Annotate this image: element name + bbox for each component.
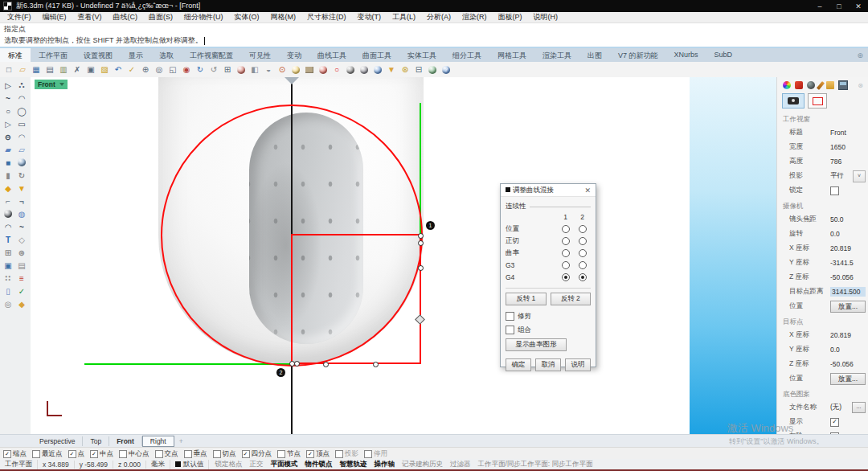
- toolbar-tab[interactable]: 实体工具: [399, 48, 444, 62]
- toolbar-tab[interactable]: 标准: [0, 48, 31, 62]
- rotate-view-icon[interactable]: ↻: [194, 64, 206, 76]
- surface-icon[interactable]: ▰: [2, 144, 14, 155]
- radio-col1[interactable]: [562, 273, 570, 281]
- curve-icon[interactable]: ~: [2, 92, 14, 104]
- field-value[interactable]: -50.056: [830, 273, 866, 281]
- osnap-checkbox[interactable]: ✓: [3, 450, 11, 458]
- ok-button[interactable]: 确定: [506, 358, 531, 371]
- cylinder-icon[interactable]: ▮: [2, 170, 14, 181]
- fillet-icon[interactable]: ⌐: [2, 195, 14, 207]
- viewport-layout-icon[interactable]: ⊞: [222, 64, 233, 76]
- patch-icon[interactable]: ◆: [15, 298, 28, 309]
- flip1-button[interactable]: 反转 1: [506, 293, 547, 305]
- boolean-difference-icon[interactable]: ◍: [15, 208, 28, 219]
- circle-tool-icon[interactable]: ○: [331, 64, 342, 76]
- field-value[interactable]: -50.056: [830, 360, 866, 368]
- osnap-checkbox[interactable]: ✓: [242, 450, 250, 458]
- browse-button[interactable]: ...: [852, 402, 866, 413]
- array-polar-icon[interactable]: ⊛: [15, 247, 28, 258]
- pen-tab-icon[interactable]: [817, 81, 825, 90]
- toolbar-tab[interactable]: 渲染工具: [534, 48, 579, 62]
- field-value[interactable]: 786: [830, 158, 866, 166]
- maximize-button[interactable]: □: [829, 2, 849, 10]
- paste-icon[interactable]: ▨: [99, 64, 110, 76]
- select-icon[interactable]: ▷: [2, 80, 14, 91]
- command-area[interactable]: 指定点 选取要调整的控制点，按住 SHIFT 并选取控制点做对称调整。: [0, 23, 868, 47]
- control-point[interactable]: [323, 362, 329, 367]
- render-icon[interactable]: [317, 64, 329, 76]
- show-curvature-graph-button[interactable]: 显示曲率图形: [506, 338, 567, 351]
- field-value[interactable]: 平行: [830, 171, 853, 181]
- osnap-item[interactable]: ✓ 端点: [3, 449, 27, 459]
- place-button[interactable]: 放置...: [830, 373, 866, 385]
- status-toggle[interactable]: 平面模式: [270, 460, 297, 469]
- osnap-checkbox[interactable]: ✓: [68, 450, 76, 458]
- hide-objects-icon[interactable]: ◧: [249, 64, 260, 76]
- zoom-window-icon[interactable]: ◱: [167, 64, 178, 76]
- menu-item[interactable]: 渲染(R): [457, 12, 493, 23]
- new-file-icon[interactable]: □: [3, 64, 14, 76]
- menu-item[interactable]: 网格(M): [265, 12, 302, 23]
- target-rect-button[interactable]: [808, 93, 827, 109]
- close-button[interactable]: ✕: [849, 2, 868, 10]
- toolbar-tab[interactable]: 曲线工具: [309, 48, 354, 62]
- toolbar-tab[interactable]: 曲面工具: [354, 48, 399, 62]
- pan-view-icon[interactable]: ✓: [126, 64, 137, 76]
- osnap-item[interactable]: 停用: [364, 449, 387, 459]
- group-icon[interactable]: ▯: [2, 285, 14, 297]
- filter-icon[interactable]: ▼: [386, 64, 397, 76]
- dialog-checkbox[interactable]: [506, 312, 514, 321]
- undo-icon[interactable]: ↶: [113, 64, 124, 76]
- toolbar-tab[interactable]: 显示: [121, 48, 151, 62]
- osnap-item[interactable]: 最近点: [32, 449, 63, 459]
- viewport-tab-right[interactable]: Right: [142, 436, 174, 447]
- radio-col1[interactable]: [562, 237, 570, 245]
- toolbar-tab[interactable]: SubD: [706, 48, 741, 62]
- new-viewport-icon[interactable]: +: [179, 437, 183, 445]
- ellipse-icon[interactable]: ◯: [15, 105, 28, 117]
- circle-icon[interactable]: ○: [2, 105, 14, 117]
- curve-control-point-icon[interactable]: ◠: [15, 92, 28, 104]
- properties-tab-icon[interactable]: [783, 81, 791, 89]
- status-toggle[interactable]: 操作轴: [374, 460, 395, 469]
- check-icon[interactable]: ✓: [15, 285, 28, 297]
- rectangle-icon[interactable]: ▭: [15, 118, 28, 129]
- toolbar-tab[interactable]: 工作平面: [31, 48, 76, 62]
- blend-curve-icon[interactable]: ◠: [2, 221, 14, 232]
- continue-curve-icon[interactable]: ~: [15, 221, 28, 232]
- camera-button[interactable]: [782, 93, 805, 109]
- toolbar-tab[interactable]: 工作视窗配置: [182, 48, 241, 62]
- osnap-checkbox[interactable]: [213, 450, 221, 458]
- toolbar-tab[interactable]: V7 的新功能: [610, 48, 666, 62]
- block-icon[interactable]: ▣: [2, 260, 14, 271]
- box-icon[interactable]: ■: [2, 157, 14, 168]
- field-value[interactable]: 20.819: [830, 331, 866, 339]
- menu-item[interactable]: 说明(H): [528, 12, 564, 23]
- radio-col2[interactable]: [579, 225, 587, 233]
- field-value[interactable]: Front: [830, 129, 866, 137]
- raytrace-sphere-icon[interactable]: [372, 64, 383, 76]
- ellipse-center-icon[interactable]: ⊖: [2, 131, 14, 142]
- field-value[interactable]: 0.0: [830, 346, 866, 354]
- status-toggle[interactable]: 过滤器: [450, 460, 471, 469]
- monitor-tab-icon[interactable]: [838, 80, 848, 90]
- osnap-item[interactable]: 切点: [213, 449, 236, 459]
- radio-col1[interactable]: [562, 225, 570, 233]
- copy-icon[interactable]: ▣: [85, 64, 96, 76]
- menu-item[interactable]: 分析(A): [421, 12, 457, 23]
- menu-item[interactable]: 变动(T): [352, 12, 387, 23]
- current-layer[interactable]: 默认值: [170, 460, 210, 469]
- osnap-item[interactable]: ✓ 四分点: [242, 449, 272, 459]
- field-value[interactable]: (无): [830, 403, 852, 412]
- osnap-item[interactable]: 投影: [335, 449, 358, 459]
- menu-item[interactable]: 曲线(C): [108, 12, 144, 23]
- toolbar-tab[interactable]: 细分工具: [444, 48, 489, 62]
- loft-icon[interactable]: ▱: [15, 144, 28, 155]
- radio-col2[interactable]: [579, 261, 587, 269]
- osnap-checkbox[interactable]: ✓: [306, 450, 314, 458]
- osnap-checkbox[interactable]: [277, 450, 285, 458]
- status-toggle[interactable]: 物件锁点: [305, 460, 332, 469]
- display-tab-icon[interactable]: [807, 81, 815, 89]
- adjust-curve-blend-dialog[interactable]: 调整曲线混接 ✕ 连续性 1 2 位置 正切 曲率 G3 G4: [500, 183, 596, 367]
- radio-col1[interactable]: [562, 261, 570, 269]
